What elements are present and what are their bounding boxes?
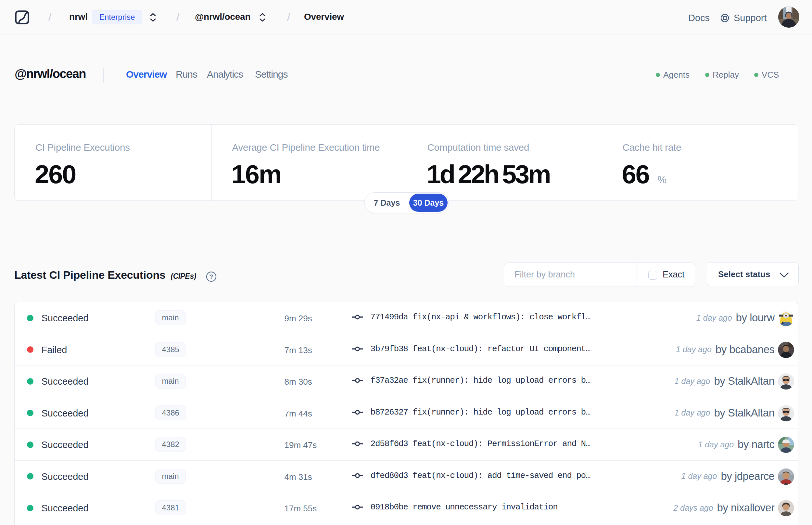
svg-text:?: ? [210,273,213,280]
